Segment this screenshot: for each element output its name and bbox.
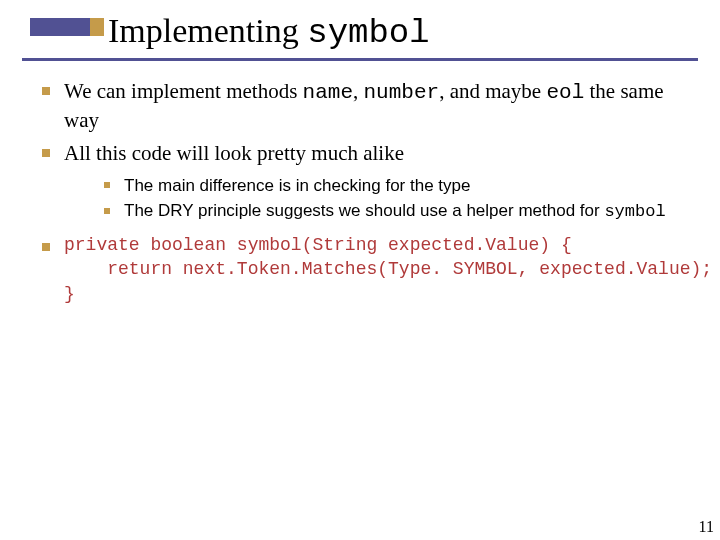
code-block: private boolean symbol(String expected.V… bbox=[64, 233, 700, 306]
sub-bullet-item: The main difference is in checking for t… bbox=[102, 175, 700, 197]
sub-bullet-text: The main difference is in checking for t… bbox=[124, 176, 470, 195]
title-text-part1: Implementing bbox=[108, 12, 307, 49]
title-accent-bar bbox=[30, 18, 104, 36]
bullet-item: private boolean symbol(String expected.V… bbox=[38, 233, 700, 306]
bullet-text: We can implement methods name, number, a… bbox=[64, 79, 664, 132]
title-text-code: symbol bbox=[307, 14, 429, 52]
sub-bullet-item: The DRY principle suggests we should use… bbox=[102, 200, 700, 223]
sub-bullet-text: The DRY principle suggests we should use… bbox=[124, 201, 666, 220]
bullet-list-level1: We can implement methods name, number, a… bbox=[38, 78, 700, 306]
bullet-item: All this code will look pretty much alik… bbox=[38, 140, 700, 223]
page-number: 11 bbox=[699, 518, 714, 536]
bullet-item: We can implement methods name, number, a… bbox=[38, 78, 700, 134]
bullet-list-level2: The main difference is in checking for t… bbox=[102, 175, 700, 224]
title-underline bbox=[22, 58, 698, 61]
slide-title: Implementing symbol bbox=[108, 12, 430, 52]
slide-body: We can implement methods name, number, a… bbox=[38, 78, 700, 312]
bullet-text: All this code will look pretty much alik… bbox=[64, 141, 404, 165]
slide: Implementing symbol We can implement met… bbox=[0, 0, 720, 540]
